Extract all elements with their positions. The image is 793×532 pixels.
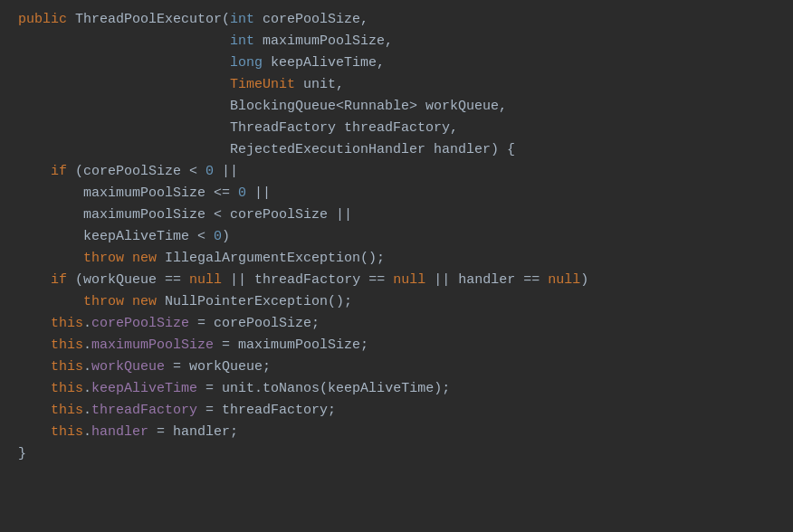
code-block: public ThreadPoolExecutor(int corePoolSi…	[0, 0, 793, 532]
code-line-3: long keepAliveTime,	[18, 52, 775, 74]
code-line-15: this.corePoolSize = corePoolSize;	[18, 313, 775, 335]
code-line-16: this.maximumPoolSize = maximumPoolSize;	[18, 335, 775, 356]
code-line-18: this.keepAliveTime = unit.toNanos(keepAl…	[18, 378, 775, 400]
code-line-8: if (corePoolSize < 0 ||	[18, 161, 775, 183]
code-line-21: }	[18, 443, 775, 465]
code-line-12: throw new IllegalArgumentException();	[18, 248, 775, 270]
code-line-9: maximumPoolSize <= 0 ||	[18, 183, 775, 204]
code-line-2: int maximumPoolSize,	[18, 31, 775, 52]
code-line-11: keepAliveTime < 0)	[18, 226, 775, 248]
code-line-20: this.handler = handler;	[18, 422, 775, 443]
code-line-10: maximumPoolSize < corePoolSize ||	[18, 204, 775, 226]
code-line-6: ThreadFactory threadFactory,	[18, 118, 775, 139]
code-line-14: throw new NullPointerException();	[18, 291, 775, 313]
code-line-7: RejectedExecutionHandler handler) {	[18, 139, 775, 161]
code-line-5: BlockingQueue<Runnable> workQueue,	[18, 96, 775, 118]
code-line-19: this.threadFactory = threadFactory;	[18, 400, 775, 422]
code-line-17: this.workQueue = workQueue;	[18, 356, 775, 378]
code-line-1: public ThreadPoolExecutor(int corePoolSi…	[18, 9, 775, 31]
code-line-4: TimeUnit unit,	[18, 74, 775, 96]
code-line-13: if (workQueue == null || threadFactory =…	[18, 270, 775, 291]
